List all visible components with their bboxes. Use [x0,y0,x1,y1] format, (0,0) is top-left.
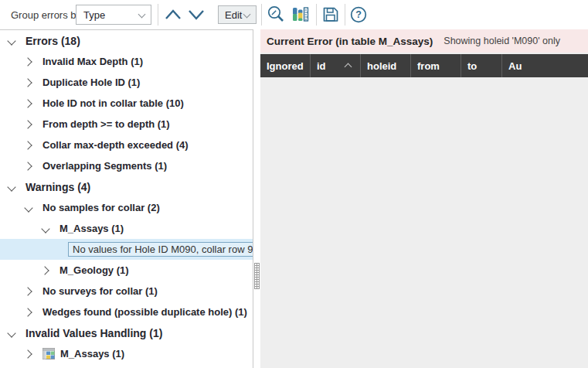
chevron-down-icon [187,9,206,21]
group-by-dropdown-value: Type [83,9,105,21]
expand-chevron-icon[interactable] [23,307,34,318]
toolbar-separator [316,4,317,26]
error-tree-panel: Errors (18) Invalid Max Depth (1) Duplic… [0,29,253,368]
expand-chevron-icon[interactable] [6,36,17,46]
tree-item-selected[interactable]: No values for Hole ID M090, collar row 9 [0,239,253,260]
tree-item[interactable]: M_Assays (1) [0,218,253,239]
column-header-id[interactable]: id [311,54,361,77]
expand-chevron-icon[interactable] [23,203,34,213]
column-header-label: Au [508,60,522,72]
help-button[interactable]: ? [348,5,369,25]
next-error-button[interactable] [185,5,207,25]
tree-item-label: Invalid Max Depth (1) [42,56,143,67]
tree-item[interactable]: M_Geology (1) [0,260,253,281]
column-header-label: holeid [367,60,396,72]
tree-item-label: Duplicate Hole ID (1) [42,77,140,88]
toolbar-separator [261,4,262,26]
current-error-header: Current Error (in table M_Assays) Showin… [260,29,588,53]
tree-item[interactable]: No surveys for collar (1) [0,281,253,302]
tree-item-label: Overlapping Segments (1) [42,160,167,172]
toolbar-separator [158,4,158,26]
column-statistics-button[interactable] [290,5,311,25]
expand-chevron-icon[interactable] [23,286,34,297]
tree-item-label: No surveys for collar (1) [42,285,158,297]
expand-chevron-icon[interactable] [40,265,51,276]
panel-splitter[interactable] [253,29,260,368]
expand-chevron-icon[interactable] [40,223,51,234]
tree-item-label: Warnings (4) [25,181,90,193]
histogram-ruler-icon [291,5,311,25]
previous-error-button[interactable] [162,5,184,25]
edit-dropdown-value: Edit [225,9,242,21]
floppy-disk-icon [321,5,341,25]
column-header-to[interactable]: to [461,54,502,77]
svg-text:?: ? [355,9,362,20]
tree-item[interactable]: Wedges found (possible duplicate hole) (… [0,302,253,322]
expand-chevron-icon[interactable] [23,98,34,109]
tree-item[interactable]: Collar max-depth exceeded (4) [0,135,253,155]
tree-item-label: No values for Hole ID M090, collar row 9 [68,242,253,257]
chevron-down-icon [138,12,145,19]
current-error-panel: Current Error (in table M_Assays) Showin… [260,29,588,368]
chevron-up-icon [164,9,182,21]
tree-item[interactable]: Warnings (4) [0,176,253,197]
edit-dropdown[interactable]: Edit [218,5,257,24]
toolbar-separator [345,4,345,26]
error-table-header: IgnoredidholeidfromtoAu [260,54,588,77]
expand-chevron-icon[interactable] [6,328,17,339]
tree-item-label: Invalid Values Handling (1) [25,327,162,339]
tree-item-label: Collar max-depth exceeded (4) [42,139,189,151]
tree-item-label: From depth >= to depth (1) [42,118,170,130]
tree-item[interactable]: From depth >= to depth (1) [0,114,253,135]
expand-chevron-icon[interactable] [23,161,34,172]
expand-chevron-icon[interactable] [23,140,34,151]
tree-item[interactable]: M_Assays (1) [0,343,253,364]
tree-item[interactable]: Hole ID not in collar table (10) [0,93,253,114]
table-icon [42,348,56,360]
current-error-title: Current Error (in table M_Assays) [267,36,433,47]
expand-chevron-icon[interactable] [23,56,34,67]
column-header-from[interactable]: from [411,54,461,77]
question-mark-circle-icon: ? [348,5,369,25]
toolbar: Group errors by: Type Edit [0,0,588,29]
expand-chevron-icon[interactable] [6,182,17,193]
column-header-label: to [467,60,477,72]
zoom-edit-button[interactable] [265,5,287,25]
expand-chevron-icon [57,244,68,255]
chevron-down-icon [243,12,250,19]
tree-item-label: Wedges found (possible duplicate hole) (… [42,306,247,318]
column-header-au[interactable]: Au [502,54,588,77]
tree-item[interactable]: Duplicate Hole ID (1) [0,72,253,93]
group-by-dropdown[interactable]: Type [76,5,151,25]
tree-item-label: M_Assays (1) [60,348,124,359]
filter-note: Showing holeid 'M090' only [444,36,560,46]
tree-item-label: Hole ID not in collar table (10) [42,97,184,109]
sort-ascending-icon [345,63,352,69]
tree-item-label: Errors (18) [25,35,80,47]
group-errors-by-label: Group errors by: [11,0,84,29]
tree-item[interactable]: Invalid Max Depth (1) [0,51,253,72]
tree-item[interactable]: No samples for collar (2) [0,197,253,218]
save-button[interactable] [320,5,342,25]
column-header-ignored[interactable]: Ignored [260,54,311,77]
column-header-label: Ignored [267,60,304,72]
tree-item[interactable]: Invalid Values Handling (1) [0,322,253,343]
column-header-label: from [417,60,440,72]
column-header-label: id [317,60,326,72]
splitter-grip-icon[interactable] [254,263,260,289]
column-header-holeid[interactable]: holeid [361,54,411,77]
expand-chevron-icon[interactable] [23,77,34,88]
expand-chevron-icon[interactable] [23,349,34,359]
tree-item[interactable]: Overlapping Segments (1) [0,155,253,176]
tree-item-label: M_Geology (1) [59,264,129,276]
magnifier-pencil-icon [266,5,286,25]
error-viewer-window: Group errors by: Type Edit [0,0,588,368]
expand-chevron-icon[interactable] [23,119,34,130]
tree-item[interactable]: Errors (18) [0,30,253,51]
tree-item-label: M_Assays (1) [59,223,124,234]
tree-item-label: No samples for collar (2) [42,202,160,213]
